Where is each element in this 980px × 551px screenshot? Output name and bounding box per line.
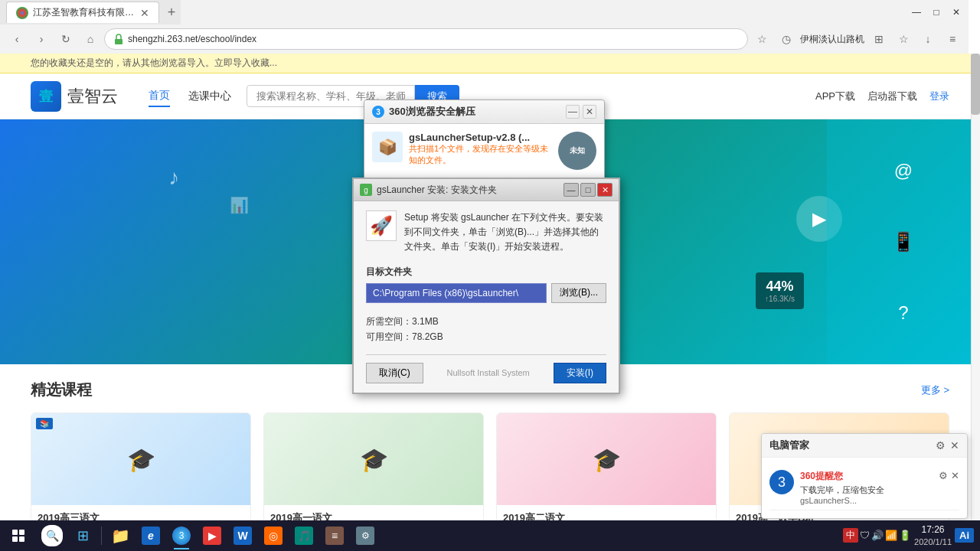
- install-max-btn[interactable]: □: [580, 183, 596, 197]
- course-img-2: 🎓: [264, 413, 483, 505]
- antivirus-icon[interactable]: 🛡: [860, 530, 870, 541]
- pc-manager-title-text: 电脑管家: [769, 439, 809, 452]
- install-cancel-button[interactable]: 取消(C): [366, 363, 423, 383]
- taskview-icon: ⊞: [74, 527, 92, 545]
- install-ok-button[interactable]: 安装(I): [554, 363, 606, 383]
- logo-icon: 壹: [31, 81, 61, 112]
- taskbar-app9-btn[interactable]: ≡: [319, 520, 350, 551]
- scrollbar-track: [971, 54, 980, 551]
- notif-close-btn[interactable]: ✕: [951, 470, 959, 481]
- course-tag-1: 📚: [36, 418, 53, 429]
- taskbar-app5-btn[interactable]: ▶: [197, 520, 227, 551]
- file-type-icon: 📦: [378, 138, 397, 156]
- install-path-input[interactable]: [366, 283, 547, 303]
- file-icon: 📦: [372, 132, 403, 162]
- install-close-btn[interactable]: ✕: [597, 183, 612, 197]
- scrollbar-thumb[interactable]: [971, 54, 980, 115]
- network-icon[interactable]: 📶: [885, 530, 897, 541]
- percent-badge: 44% ↑16.3K/s: [756, 272, 804, 309]
- install-dialog: g gsLauncher 安装: 安装文件夹 — □ ✕ 🚀 Setup 将安装…: [352, 178, 620, 394]
- notif-app-name: gsLauncherS...: [800, 496, 933, 505]
- refresh-button[interactable]: ↻: [55, 28, 77, 50]
- service-panel: @ 📱 ?: [827, 119, 980, 364]
- window-minimize-btn[interactable]: —: [907, 3, 926, 21]
- install-maker-label: Nullsoft Install System: [447, 368, 530, 377]
- app9-icon: ≡: [325, 527, 344, 545]
- pc-manager-panel: 电脑管家 ⚙ ✕ 3 360提醒您 下载完毕，压缩包安全 gsLauncherS…: [761, 433, 968, 519]
- logo-text: 壹智云: [67, 85, 118, 108]
- taskbar-app10-btn[interactable]: ⚙: [350, 520, 381, 551]
- install-body: 🚀 Setup 将安装 gsLauncher 在下列文件夹。要安装到不同文件夹，…: [354, 201, 619, 393]
- menu-icon[interactable]: ≡: [942, 29, 962, 49]
- tab-close-btn[interactable]: ✕: [140, 7, 149, 19]
- browser-tab-active[interactable]: 江苏圣智教育科技有限公司 ✕: [6, 2, 159, 23]
- taskbar-taskview-btn[interactable]: ⊞: [67, 520, 98, 551]
- notification-item: 3 360提醒您 下载完毕，压缩包安全 gsLauncherS... ⚙ ✕: [769, 465, 959, 510]
- notif-settings-btn[interactable]: ⚙: [939, 470, 948, 481]
- address-input[interactable]: [128, 34, 740, 44]
- install-footer: 取消(C) Nullsoft Install System 安装(I): [366, 354, 606, 383]
- address-bar-container[interactable]: [104, 28, 748, 50]
- login-link[interactable]: 登录: [929, 90, 949, 103]
- word-icon: W: [234, 527, 252, 545]
- window-close-btn[interactable]: ✕: [947, 3, 965, 21]
- taskbar-360browser-btn[interactable]: 3: [166, 520, 197, 551]
- install-controls: — □ ✕: [564, 183, 612, 197]
- pc-manager-body: 3 360提醒您 下载完毕，压缩包安全 gsLauncherS... ⚙ ✕: [762, 458, 967, 518]
- forward-button[interactable]: ›: [31, 28, 52, 50]
- svg-rect-0: [115, 39, 122, 44]
- taskbar-app8-btn[interactable]: 🎵: [289, 520, 319, 551]
- site-header-right: APP下载 启动器下载 登录: [815, 90, 949, 103]
- taskbar-ie-btn[interactable]: e: [136, 520, 166, 551]
- download-icon[interactable]: ↓: [918, 29, 938, 49]
- clock-time: 17:26: [914, 524, 952, 536]
- input-method-icon[interactable]: 中: [843, 528, 858, 543]
- nav-courses[interactable]: 选课中心: [188, 86, 231, 106]
- start-button[interactable]: [0, 520, 37, 551]
- shield-icon: 未知: [558, 132, 596, 170]
- install-desc: 🚀 Setup 将安装 gsLauncher 在下列文件夹。要安装到不同文件夹，…: [366, 210, 606, 255]
- install-logo-icon: 🚀: [370, 215, 393, 236]
- home-button[interactable]: ⌂: [80, 28, 101, 50]
- taskbar-word-btn[interactable]: W: [227, 520, 258, 551]
- dialog-360-icon: 3: [372, 106, 384, 118]
- pc-manager-close-btn[interactable]: ✕: [950, 439, 959, 452]
- app5-icon: ▶: [203, 527, 221, 545]
- ai-label[interactable]: Ai: [955, 528, 974, 543]
- install-title-bar: g gsLauncher 安装: 安装文件夹 — □ ✕: [354, 179, 619, 201]
- volume-icon[interactable]: 🔊: [871, 530, 884, 541]
- site-nav: 首页 选课中心: [149, 86, 231, 107]
- search-taskbar-icon: 🔍: [41, 525, 63, 546]
- new-tab-button[interactable]: +: [162, 3, 181, 21]
- dialog-360-close-btn[interactable]: ✕: [583, 105, 596, 119]
- battery-icon[interactable]: 🔋: [899, 530, 911, 541]
- more-link[interactable]: 更多 >: [921, 383, 949, 397]
- tab-title: 江苏圣智教育科技有限公司: [33, 6, 134, 19]
- window-maximize-btn[interactable]: □: [927, 3, 946, 21]
- install-browse-button[interactable]: 浏览(B)...: [551, 283, 606, 303]
- nav-home[interactable]: 首页: [149, 86, 170, 107]
- logo-abbr: 壹: [39, 87, 53, 106]
- install-min-btn[interactable]: —: [564, 183, 579, 197]
- grid-icon[interactable]: ⊞: [869, 29, 889, 49]
- taskbar-clock[interactable]: 17:26 2020/1/11: [914, 524, 952, 547]
- hero-decoration2: 📊: [230, 196, 249, 214]
- launcher-download-link[interactable]: 启动器下载: [867, 90, 917, 103]
- history-btn[interactable]: ◷: [776, 28, 797, 50]
- hero-decoration: ♪: [168, 165, 179, 190]
- taskbar-explorer-btn[interactable]: 📁: [105, 520, 136, 551]
- bookmark-btn[interactable]: ☆: [751, 28, 773, 50]
- dialog-360-min-btn[interactable]: —: [566, 105, 580, 119]
- app-download-link[interactable]: APP下载: [815, 90, 855, 103]
- pc-manager-settings-btn[interactable]: ⚙: [936, 439, 946, 452]
- tab-favicon: [16, 7, 28, 19]
- back-button[interactable]: ‹: [6, 28, 28, 50]
- taskbar-app7-btn[interactable]: ◎: [258, 520, 289, 551]
- taskbar-search-btn[interactable]: 🔍: [37, 520, 67, 551]
- install-field-label: 目标文件夹: [366, 266, 606, 279]
- extensions-icon[interactable]: ☆: [893, 29, 913, 49]
- address-lock-icon: [113, 33, 125, 45]
- notif-360-icon: 3: [769, 470, 794, 494]
- course-icon-1: 🎓: [127, 446, 155, 473]
- browser-chrome: 江苏圣智教育科技有限公司 ✕ + — □ ✕ ‹ › ↻ ⌂ ☆ ◷: [0, 0, 969, 54]
